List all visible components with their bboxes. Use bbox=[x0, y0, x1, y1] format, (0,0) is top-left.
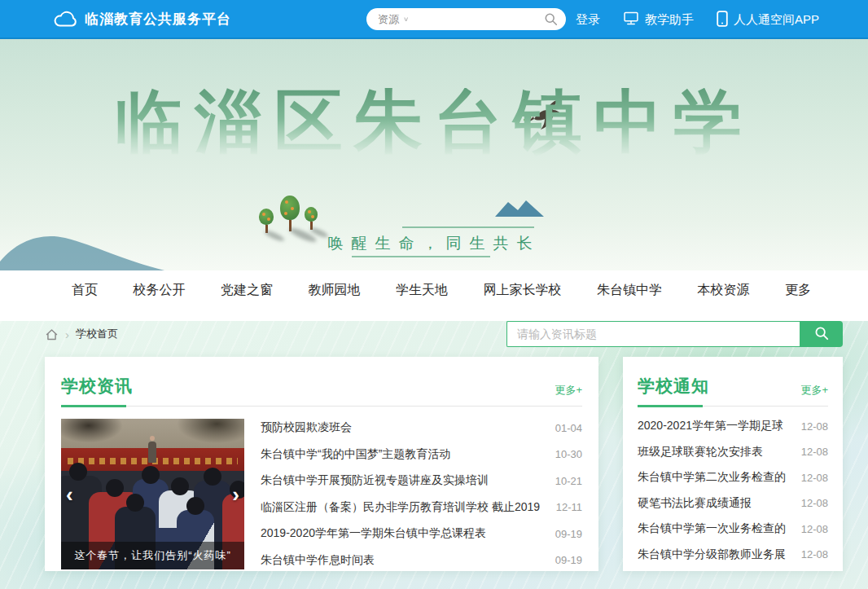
notice-item-title: 硬笔书法比赛成绩通报 bbox=[638, 496, 752, 511]
nav-item-school-resources[interactable]: 本校资源 bbox=[698, 282, 750, 299]
news-search-button[interactable] bbox=[800, 321, 843, 347]
school-motto: 唤醒生命，同生共长 bbox=[0, 233, 868, 254]
news-list-item[interactable]: 朱台镇中学作息时间表09-19 bbox=[261, 553, 582, 568]
nav-item-teacher-garden[interactable]: 教师园地 bbox=[309, 282, 361, 299]
nav-item-online-parent-school[interactable]: 网上家长学校 bbox=[484, 282, 562, 299]
news-item-date: 09-19 bbox=[555, 528, 582, 540]
top-bar: 临淄教育公共服务平台 资源 ∨ 登录 教学助手 bbox=[0, 0, 868, 39]
mountain-peak-icon bbox=[493, 199, 546, 217]
notice-list-item[interactable]: 班级足球联赛轮次安排表12-08 bbox=[638, 445, 828, 459]
nav-item-party-building[interactable]: 党建之窗 bbox=[221, 282, 273, 299]
nav-item-student-world[interactable]: 学生天地 bbox=[396, 282, 448, 299]
notice-item-date: 12-08 bbox=[801, 446, 828, 458]
school-news-divider bbox=[61, 405, 582, 407]
school-notices-title: 学校通知 bbox=[638, 375, 709, 398]
news-list-item[interactable]: 2019-2020学年第一学期朱台镇中学总课程表09-19 bbox=[261, 526, 582, 541]
breadcrumb-separator-icon: › bbox=[65, 327, 69, 341]
teaching-assistant-label: 教学助手 bbox=[645, 12, 694, 28]
news-item-date: 01-04 bbox=[555, 422, 582, 434]
notice-item-date: 12-08 bbox=[801, 472, 828, 484]
login-label: 登录 bbox=[576, 12, 600, 28]
search-scope-label: 资源 bbox=[378, 12, 399, 27]
school-news-panel: 学校资讯 更多+ bbox=[45, 357, 598, 571]
news-item-title: 朱台镇中学开展预防近视专题讲座及实操培训 bbox=[261, 473, 489, 488]
phone-icon bbox=[717, 11, 728, 29]
news-list-item[interactable]: 朱台镇中学“我的中国梦”主题教育活动10-30 bbox=[261, 447, 582, 462]
notice-item-title: 朱台镇中学分级部教师业务展 bbox=[638, 547, 786, 562]
school-notices-more-link[interactable]: 更多+ bbox=[800, 383, 828, 398]
notice-item-title: 班级足球联赛轮次安排表 bbox=[638, 445, 763, 459]
renrentong-app-label: 人人通空间APP bbox=[734, 12, 819, 28]
notice-item-title: 朱台镇中学第二次业务检查的 bbox=[638, 470, 786, 485]
notice-item-date: 12-08 bbox=[801, 497, 828, 509]
carousel-next-arrow-icon[interactable]: › bbox=[232, 484, 239, 505]
news-carousel[interactable]: ‹ › 这个春节，让我们告别“火药味” bbox=[61, 419, 244, 569]
school-news-header: 学校资讯 更多+ bbox=[61, 357, 582, 398]
search-icon bbox=[814, 326, 829, 343]
nav-item-home[interactable]: 首页 bbox=[72, 282, 98, 299]
teaching-assistant-link[interactable]: 教学助手 bbox=[623, 11, 694, 29]
news-list-item[interactable]: 朱台镇中学开展预防近视专题讲座及实操培训10-21 bbox=[261, 473, 582, 488]
news-list-item[interactable]: 临淄区注册（备案）民办非学历教育培训学校 截止201912-11 bbox=[261, 500, 582, 515]
school-notices-header: 学校通知 更多+ bbox=[638, 357, 828, 398]
school-news-body: ‹ › 这个春节，让我们告别“火药味” 预防校园欺凌班会01-04 朱台镇中学“… bbox=[61, 407, 582, 569]
notice-list-item[interactable]: 朱台镇中学第一次业务检查的12-08 bbox=[638, 521, 828, 536]
news-item-date: 12-11 bbox=[556, 501, 582, 513]
breadcrumb-row: › 学校首页 bbox=[0, 321, 868, 347]
news-search-input[interactable] bbox=[506, 321, 800, 347]
school-notices-list: 2020-2021学年第一学期足球12-08 班级足球联赛轮次安排表12-08 … bbox=[638, 407, 828, 562]
renrentong-app-link[interactable]: 人人通空间APP bbox=[717, 11, 819, 29]
search-scope-dropdown[interactable]: 资源 ∨ bbox=[378, 12, 409, 27]
school-name-title: 临淄区朱台镇中学 bbox=[0, 88, 868, 156]
platform-logo[interactable]: 临淄教育公共服务平台 bbox=[54, 10, 231, 29]
main-navigation: 首页 校务公开 党建之窗 教师园地 学生天地 网上家长学校 朱台镇中学 本校资源… bbox=[0, 270, 868, 310]
notice-list-item[interactable]: 硬笔书法比赛成绩通报12-08 bbox=[638, 496, 828, 511]
notice-item-title: 朱台镇中学第一次业务检查的 bbox=[638, 521, 786, 536]
school-news-title: 学校资讯 bbox=[61, 375, 133, 398]
global-search-input[interactable] bbox=[415, 13, 544, 25]
subtitle-rule-bottom bbox=[352, 256, 490, 257]
platform-title: 临淄教育公共服务平台 bbox=[85, 10, 231, 29]
monitor-icon bbox=[623, 11, 639, 29]
breadcrumb: › 学校首页 bbox=[45, 327, 118, 341]
page: 临淄教育公共服务平台 资源 ∨ 登录 教学助手 bbox=[0, 0, 868, 589]
cloud-icon bbox=[54, 10, 77, 28]
notice-item-date: 12-08 bbox=[801, 420, 828, 433]
nav-item-more[interactable]: 更多 bbox=[785, 282, 811, 299]
breadcrumb-current: 学校首页 bbox=[76, 327, 118, 341]
news-item-date: 10-21 bbox=[555, 475, 582, 487]
news-search-bar bbox=[506, 321, 843, 347]
news-item-title: 2019-2020学年第一学期朱台镇中学总课程表 bbox=[261, 526, 486, 541]
cards-row: 学校资讯 更多+ bbox=[0, 347, 868, 571]
news-item-title: 临淄区注册（备案）民办非学历教育培训学校 截止2019 bbox=[261, 500, 540, 515]
school-news-list: 预防校园欺凌班会01-04 朱台镇中学“我的中国梦”主题教育活动10-30 朱台… bbox=[261, 419, 582, 569]
login-link[interactable]: 登录 bbox=[576, 12, 600, 28]
notice-item-title: 2020-2021学年第一学期足球 bbox=[638, 419, 783, 433]
chevron-down-icon: ∨ bbox=[403, 15, 409, 23]
notice-list-item[interactable]: 2020-2021学年第一学期足球12-08 bbox=[638, 419, 828, 433]
notice-list-item[interactable]: 朱台镇中学第二次业务检查的12-08 bbox=[638, 470, 828, 485]
subtitle-rule-top bbox=[402, 226, 534, 228]
nav-item-zhutai-middle-school[interactable]: 朱台镇中学 bbox=[597, 282, 662, 299]
news-item-title: 朱台镇中学作息时间表 bbox=[261, 553, 375, 568]
news-item-title: 预防校园欺凌班会 bbox=[261, 420, 352, 435]
carousel-prev-arrow-icon[interactable]: ‹ bbox=[66, 484, 73, 505]
home-icon[interactable] bbox=[45, 327, 59, 341]
school-notices-panel: 学校通知 更多+ 2020-2021学年第一学期足球12-08 班级足球联赛轮次… bbox=[623, 357, 843, 571]
news-item-title: 朱台镇中学“我的中国梦”主题教育活动 bbox=[261, 447, 450, 462]
global-search-bar: 资源 ∨ bbox=[366, 8, 566, 30]
notice-item-date: 12-08 bbox=[801, 548, 828, 560]
nav-item-school-affairs[interactable]: 校务公开 bbox=[134, 282, 186, 299]
school-banner: 临淄区朱台镇中学 唤醒生命，同生共长 bbox=[0, 39, 868, 270]
photo-speaker-figure bbox=[148, 442, 156, 463]
school-news-more-link[interactable]: 更多+ bbox=[555, 383, 582, 398]
school-notices-divider bbox=[638, 405, 828, 407]
notice-list-item[interactable]: 朱台镇中学分级部教师业务展12-08 bbox=[638, 547, 828, 562]
topbar-links: 登录 教学助手 人人通空间APP bbox=[576, 0, 819, 39]
notice-item-date: 12-08 bbox=[801, 523, 828, 535]
carousel-caption: 这个春节，让我们告别“火药味” bbox=[61, 542, 244, 569]
news-item-date: 10-30 bbox=[555, 448, 582, 460]
news-list-item[interactable]: 预防校园欺凌班会01-04 bbox=[261, 420, 582, 435]
news-item-date: 09-19 bbox=[555, 554, 582, 566]
search-icon[interactable] bbox=[544, 12, 558, 26]
